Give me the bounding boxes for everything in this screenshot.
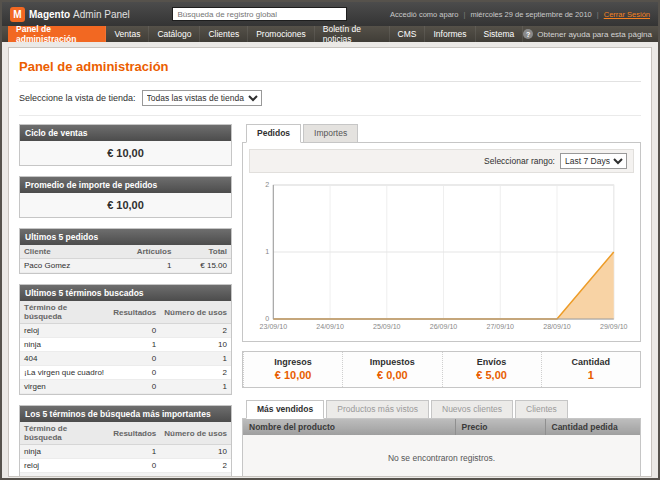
magento-logo-icon: M [10, 7, 25, 22]
page-help-link[interactable]: ? Obtener ayuda para esta página [523, 26, 652, 42]
nav-item[interactable]: Clientes [200, 26, 248, 42]
svg-text:1: 1 [265, 249, 269, 256]
nav-item-label: Clientes [208, 29, 239, 39]
nav-item[interactable]: Sistema [476, 26, 524, 42]
cell-results: 0 [109, 380, 160, 394]
bestsellers-panel: Nombre del producto Precio Cantidad pedi… [242, 418, 641, 477]
column-header: Total [175, 245, 231, 259]
totals-bar: Ingresos € 10,00 Impuestos € 0,00 Envíos… [242, 351, 641, 388]
cell-term: ninja [20, 338, 109, 352]
stat-label: Cantidad [542, 357, 640, 367]
svg-text:24/09/10: 24/09/10 [316, 323, 344, 330]
tab-label: Productos más vistos [337, 404, 418, 414]
cell-results: 1 [109, 338, 160, 352]
total-stat: Cantidad 1 [541, 352, 640, 387]
cell-uses: 2 [160, 324, 231, 338]
top-search-terms-table: Término de búsqueda Resultados Número de… [20, 422, 231, 477]
table-row: 404 0 1 [20, 352, 231, 366]
svg-text:27/09/10: 27/09/10 [486, 323, 514, 330]
nav-item-label: Promociones [256, 29, 306, 39]
current-date: miércoles 29 de septiembre de 2010 [470, 10, 591, 19]
nav-item[interactable]: Ventas [106, 26, 149, 42]
column-header: Cliente [20, 245, 107, 259]
average-orders-value: € 10,00 [20, 193, 231, 217]
lifetime-sales-title: Ciclo de ventas [20, 125, 231, 141]
cell-term: virgen [20, 380, 109, 394]
cell-uses: 2 [160, 473, 231, 478]
nav-items: Panel de administración Ventas Catálogo … [8, 26, 523, 42]
cell-total: € 15.00 [175, 259, 231, 273]
last-orders-box: Ultimos 5 pedidos Cliente Artículos Tota… [19, 228, 232, 274]
logout-link[interactable]: Cerrar Sesión [604, 10, 650, 19]
cell-uses: 10 [160, 338, 231, 352]
nav-item-label: Ventas [114, 29, 140, 39]
app-subtitle: Admin Panel [73, 9, 130, 20]
store-view-select[interactable]: Todas las vistas de tienda [142, 90, 262, 106]
store-view-label: Seleccione la vista de tienda: [19, 93, 136, 103]
dashboard-main: Pedidos Importes Seleccionar rango: Last… [242, 124, 641, 477]
magento-logo: M MagentoAdmin Panel [10, 7, 130, 22]
chart-tab[interactable]: Pedidos [246, 124, 301, 143]
range-selector-bar: Seleccionar rango: Last 7 Days [249, 149, 634, 173]
top-search-terms-title: Los 5 términos de búsqueda más important… [20, 406, 231, 422]
column-header: Nombre del producto [243, 419, 455, 435]
global-search-input[interactable] [172, 7, 347, 21]
user-info: Accedió como aparo | miércoles 29 de sep… [390, 10, 650, 19]
total-stat: Ingresos € 10,00 [243, 352, 342, 387]
cell-results: 1 [109, 445, 160, 459]
top-header: M MagentoAdmin Panel Accedió como aparo … [2, 2, 658, 26]
global-search [138, 7, 382, 21]
nav-item-label: Informes [433, 29, 466, 39]
nav-item[interactable]: Boletín de noticias [315, 26, 390, 42]
stat-value: € 0,00 [343, 369, 441, 381]
empty-row: No se encontraron registros. [243, 435, 640, 477]
table-row: reloj 0 2 [20, 459, 231, 473]
nav-item[interactable]: Panel de administración [8, 26, 106, 42]
cell-results: 0 [109, 352, 160, 366]
total-stat: Impuestos € 0,00 [342, 352, 441, 387]
separator: | [463, 10, 465, 19]
cell-uses: 1 [160, 380, 231, 394]
cell-results: 0 [109, 473, 160, 478]
cell-results: 0 [109, 324, 160, 338]
table-row: Paco Gomez 1 € 15.00 [20, 259, 231, 273]
bottom-tab[interactable]: Más vendidos [246, 400, 324, 419]
bottom-tab: Nuevos clientes [431, 400, 513, 419]
svg-text:29/09/10: 29/09/10 [600, 323, 628, 330]
cell-term: reloj [20, 459, 109, 473]
tab-label: Pedidos [257, 128, 290, 138]
nav-item[interactable]: Informes [425, 26, 475, 42]
magento-admin-window: M MagentoAdmin Panel Accedió como aparo … [0, 0, 660, 480]
dashboard-content: Panel de administración Seleccione la vi… [8, 47, 652, 477]
chart-tab[interactable]: Importes [303, 124, 358, 143]
range-select[interactable]: Last 7 Days [560, 153, 627, 169]
table-row: ninja 1 10 [20, 445, 231, 459]
total-stat: Envíos € 5,00 [442, 352, 541, 387]
nav-item-label: Catálogo [157, 29, 191, 39]
logged-in-as: Accedió como aparo [390, 10, 458, 19]
last-search-terms-title: Ultimos 5 términos buscados [20, 285, 231, 301]
cell-term: ¡La virgen que cuadro! [20, 366, 109, 380]
table-row: ¡La virgen que cuadro! 0 2 [20, 366, 231, 380]
cell-results: 0 [109, 366, 160, 380]
app-title: Magento [29, 9, 70, 20]
nav-item[interactable]: Promociones [248, 26, 315, 42]
nav-item[interactable]: Catálogo [149, 26, 200, 42]
tab-label: Clientes [526, 404, 557, 414]
nav-item-label: CMS [398, 29, 417, 39]
table-row: ¡La virgen que cuadro! 0 2 [20, 473, 231, 478]
cell-results: 0 [109, 459, 160, 473]
last-orders-title: Ultimos 5 pedidos [20, 229, 231, 245]
dashboard-columns: Ciclo de ventas € 10,00 Promedio de impo… [19, 124, 641, 477]
table-row: ninja 1 10 [20, 338, 231, 352]
tab-label: Nuevos clientes [442, 404, 502, 414]
page-title: Panel de administración [19, 59, 641, 74]
empty-message: No se encontraron registros. [243, 435, 640, 477]
nav-item[interactable]: CMS [390, 26, 426, 42]
last-search-terms-box: Ultimos 5 términos buscados Término de b… [19, 284, 232, 395]
cell-term: reloj [20, 324, 109, 338]
tab-label: Importes [314, 128, 347, 138]
column-header: Precio [455, 419, 545, 435]
table-row: reloj 0 2 [20, 324, 231, 338]
orders-chart-panel: Seleccionar rango: Last 7 Days 23/09/102… [242, 142, 641, 342]
